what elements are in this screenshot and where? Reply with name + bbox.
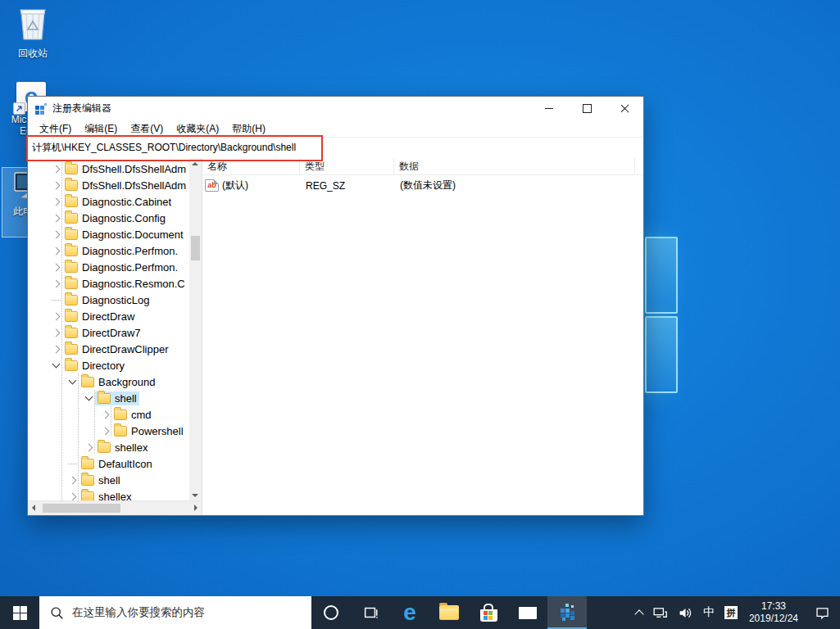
expand-chevron-icon[interactable] [49,179,62,192]
expand-chevron-icon[interactable] [98,424,111,437]
regedit-app-icon [34,102,48,115]
recycle-bin-icon [16,5,50,43]
expand-chevron-icon[interactable] [49,310,62,323]
tree-item-diagnostic-perfmon-[interactable]: Diagnostic.Perfmon. [28,242,189,259]
tree-item-label: DfsShell.DfsShellAdm [82,163,186,175]
value-type: REG_SZ [300,180,394,192]
collapse-chevron-icon[interactable] [82,391,95,405]
expand-chevron-icon[interactable] [49,211,62,224]
title-bar[interactable]: 注册表编辑器 [28,97,643,120]
collapse-chevron-icon[interactable] [49,359,62,372]
tray-expand-button[interactable] [631,596,647,629]
tree-item-cmd[interactable]: cmd [28,406,189,423]
collapse-chevron-icon[interactable] [66,375,79,388]
taskbar-search-box[interactable]: 在这里输入你要搜索的内容 [39,596,311,629]
shortcut-arrow-icon [13,102,25,115]
ime-mode-indicator[interactable]: 拼 [720,596,742,629]
desktop-icon-recycle-bin[interactable]: 回收站 [7,5,59,59]
tree-item-shellex[interactable]: shellex [28,439,189,455]
expand-chevron-icon[interactable] [49,162,62,175]
maximize-button[interactable] [568,97,606,120]
tree-item-label: Background [98,376,155,388]
menu-favorites[interactable]: 收藏夹(A) [170,122,225,136]
tree-item-label: DirectDraw7 [82,327,141,339]
tree-item-shell[interactable]: shell [28,472,189,488]
tree-item-shell[interactable]: shell [28,390,189,406]
expand-chevron-icon[interactable] [49,342,62,355]
tree-horizontal-scrollbar[interactable] [28,500,202,515]
scroll-down-icon[interactable] [192,494,198,497]
menu-help[interactable]: 帮助(H) [225,122,272,136]
tree-item-directdraw[interactable]: DirectDraw [28,308,189,324]
expand-chevron-icon[interactable] [66,473,79,486]
expand-chevron-icon[interactable] [49,228,62,241]
minimize-button[interactable] [530,97,568,120]
expand-chevron-icon[interactable] [49,326,62,339]
tree-item-directory[interactable]: Directory [28,357,189,373]
expand-chevron-icon[interactable] [66,490,79,501]
action-center-button[interactable] [805,596,840,629]
taskbar-regedit-button-active[interactable] [547,596,587,629]
tree-item-background[interactable]: Background [28,373,189,390]
taskbar-store-button[interactable] [469,596,508,629]
tree-item-diagnostic-resmon-c[interactable]: Diagnostic.Resmon.C [28,275,189,292]
tree-vertical-scrollbar[interactable] [189,158,202,501]
expand-chevron-icon[interactable] [49,244,62,257]
network-status-button[interactable] [647,596,673,629]
tree-item-diagnostic-cabinet[interactable]: Diagnostic.Cabinet [28,193,189,210]
taskbar-mail-button[interactable] [508,596,547,629]
tree-item-diagnostic-document[interactable]: Diagnostic.Document [28,226,189,242]
tree-item-dfsshell-dfsshelladm[interactable]: DfsShell.DfsShellAdm [28,161,189,177]
task-view-button[interactable] [351,596,390,629]
folder-icon [98,393,111,404]
search-icon [50,606,64,620]
tree-item-dfsshell-dfsshelladm[interactable]: DfsShell.DfsShellAdm [28,177,189,193]
folder-icon [98,442,111,453]
scroll-right-icon[interactable] [194,505,198,511]
address-bar[interactable]: 计算机\HKEY_CLASSES_ROOT\Directory\Backgrou… [28,137,643,159]
expand-chevron-icon[interactable] [49,195,62,208]
tree-item-defaulticon[interactable]: DefaultIcon [28,455,189,472]
expand-chevron-icon[interactable] [98,408,111,421]
tree-item-label: Diagnostic.Config [82,212,166,224]
taskbar-clock[interactable]: 17:33 2019/12/24 [742,596,805,629]
menu-view[interactable]: 查看(V) [124,122,170,136]
menu-edit[interactable]: 编辑(E) [78,122,124,136]
horizontal-scroll-thumb[interactable] [43,504,120,513]
mail-icon [519,607,537,619]
menu-file[interactable]: 文件(F) [33,122,78,136]
windows-logo-icon [13,606,27,620]
tree-item-directdrawclipper[interactable]: DirectDrawClipper [28,341,189,357]
cortana-button[interactable] [311,596,351,629]
scroll-left-icon[interactable] [32,505,35,511]
column-header-data[interactable]: 数据 [394,158,635,174]
taskbar-edge-button[interactable]: e [390,596,429,629]
maximize-icon [583,104,592,113]
scroll-up-icon[interactable] [192,162,198,165]
tree-item-directdraw7[interactable]: DirectDraw7 [28,324,189,341]
tree-item-label: Diagnostic.Perfmon. [82,245,178,257]
tree-item-label: DfsShell.DfsShellAdm [82,179,186,192]
tree-item-powershell[interactable]: Powershell [28,423,189,439]
tree-item-label: DiagnosticLog [82,294,149,306]
expand-chevron-icon[interactable] [49,260,62,274]
close-button[interactable] [606,97,643,120]
column-header-name[interactable]: 名称 [202,158,300,174]
volume-button[interactable] [673,596,698,629]
tree-item-shellex[interactable]: shellex [28,488,189,501]
tree-item-diagnosticlog[interactable]: DiagnosticLog [28,292,189,308]
registry-value-row[interactable]: ab(默认)REG_SZ(数值未设置) [202,178,643,193]
vertical-scroll-thumb[interactable] [191,236,200,260]
taskbar-file-explorer-button[interactable] [429,596,469,629]
expand-chevron-icon[interactable] [82,441,95,454]
ime-language-indicator[interactable]: 中 [698,596,720,629]
expand-chevron-icon[interactable] [49,277,62,290]
edge-icon: e [403,601,416,624]
start-button[interactable] [0,596,39,629]
tree-item-diagnostic-config[interactable]: Diagnostic.Config [28,210,189,226]
column-header-type[interactable]: 类型 [300,158,394,174]
tree-item-label: Diagnostic.Cabinet [82,196,171,208]
tree-item-label: Diagnostic.Resmon.C [82,278,185,290]
tree-item-diagnostic-perfmon-[interactable]: Diagnostic.Perfmon. [28,259,189,275]
search-placeholder: 在这里输入你要搜索的内容 [72,605,205,620]
